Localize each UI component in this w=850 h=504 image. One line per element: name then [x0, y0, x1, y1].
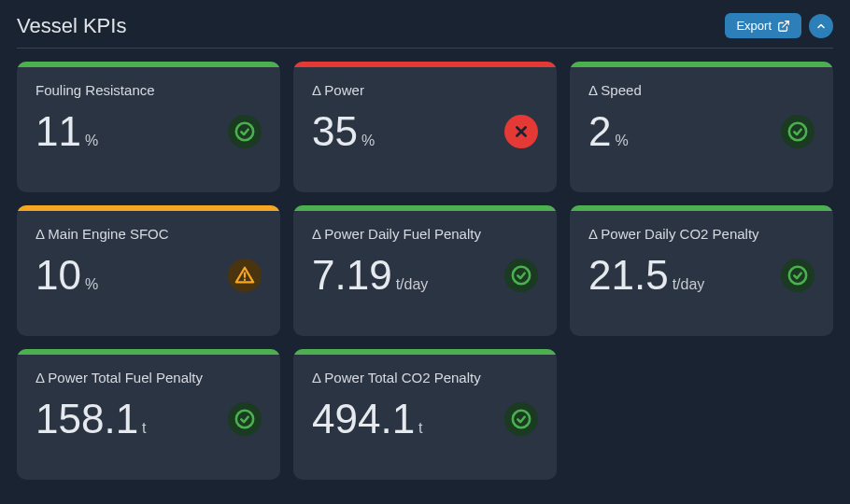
svg-line-0 [783, 21, 788, 26]
kpi-card[interactable]: Δ Power Total Fuel Penalty158.1 t [17, 349, 280, 480]
check-circle-icon [511, 409, 531, 429]
kpi-card[interactable]: Δ Speed2% [570, 62, 833, 192]
svg-point-7 [513, 267, 530, 284]
kpi-label: Δ Main Engine SFOC [35, 226, 262, 242]
kpi-card[interactable]: Δ Power Daily CO2 Penalty21.5 t/day [570, 205, 833, 336]
kpi-value: 11 [35, 111, 81, 152]
check-circle-icon [511, 265, 531, 286]
kpi-unit: % [615, 133, 628, 149]
kpi-value: 35 [312, 111, 358, 152]
kpi-value: 158.1 [35, 399, 138, 440]
kpi-card[interactable]: Δ Power Total CO2 Penalty494.1 t [293, 349, 557, 480]
kpi-body: 158.1 t [35, 399, 262, 440]
kpi-unit: t/day [673, 276, 705, 293]
kpi-value: 21.5 [588, 255, 669, 296]
status-badge [228, 115, 262, 148]
export-button[interactable]: Export [725, 13, 801, 38]
check-circle-icon [787, 121, 808, 142]
kpi-body: 35% [312, 111, 538, 152]
svg-point-9 [236, 411, 253, 427]
page-title: Vessel KPIs [17, 14, 126, 38]
status-bar [293, 349, 557, 355]
kpi-unit: t [142, 420, 146, 437]
page-header: Vessel KPIs Export [17, 13, 833, 49]
svg-point-8 [789, 267, 806, 284]
kpi-body: 7.19 t/day [312, 255, 538, 296]
kpi-card[interactable]: Δ Power Daily Fuel Penalty7.19 t/day [293, 205, 557, 336]
kpi-value-wrap: 494.1 t [312, 399, 423, 440]
kpi-value: 10 [35, 255, 81, 296]
kpi-unit: % [85, 133, 98, 149]
kpi-value-wrap: 7.19 t/day [312, 255, 428, 296]
kpi-label: Δ Speed [588, 82, 815, 98]
kpi-label: Δ Power Total CO2 Penalty [312, 370, 538, 385]
kpi-value-wrap: 11% [35, 111, 98, 152]
chevron-up-icon [815, 21, 827, 32]
kpi-value-wrap: 10% [35, 255, 98, 296]
export-button-label: Export [736, 19, 772, 33]
kpi-grid: Fouling Resistance11%Δ Power35%Δ Speed2%… [17, 62, 833, 480]
kpi-label: Δ Power Daily CO2 Penalty [588, 226, 815, 242]
status-bar [570, 205, 833, 211]
status-badge [781, 115, 815, 148]
kpi-card[interactable]: Δ Power35% [293, 62, 557, 192]
kpi-label: Δ Power Total Fuel Penalty [35, 370, 262, 385]
check-circle-icon [234, 121, 255, 142]
kpi-value: 7.19 [312, 255, 392, 296]
kpi-unit: % [85, 276, 98, 293]
status-bar [17, 349, 280, 355]
status-badge [504, 259, 538, 292]
kpi-label: Fouling Resistance [35, 82, 262, 98]
kpi-body: 2% [588, 111, 815, 152]
status-badge [504, 115, 538, 148]
kpi-body: 10% [35, 255, 262, 296]
kpi-card[interactable]: Fouling Resistance11% [17, 62, 280, 192]
status-bar [17, 205, 280, 211]
kpi-body: 494.1 t [312, 399, 538, 440]
status-bar [17, 62, 280, 67]
status-bar [293, 62, 557, 67]
kpi-value: 2 [588, 111, 611, 152]
kpi-value-wrap: 158.1 t [35, 399, 147, 440]
kpi-label: Δ Power Daily Fuel Penalty [312, 226, 538, 242]
kpi-value: 494.1 [312, 399, 415, 440]
kpi-label: Δ Power [312, 82, 538, 98]
kpi-unit: t/day [396, 276, 429, 293]
check-circle-icon [787, 265, 808, 286]
svg-point-10 [513, 411, 530, 427]
external-link-icon [777, 20, 790, 33]
kpi-value-wrap: 21.5 t/day [588, 255, 704, 296]
kpi-value-wrap: 35% [312, 111, 375, 152]
check-circle-icon [234, 409, 255, 429]
warning-triangle-icon [234, 265, 255, 286]
status-bar [293, 205, 557, 211]
kpi-value-wrap: 2% [588, 111, 629, 152]
svg-point-1 [236, 123, 253, 140]
kpi-body: 11% [35, 111, 262, 152]
status-bar [570, 62, 833, 67]
header-actions: Export [725, 13, 833, 38]
kpi-unit: t [418, 420, 422, 437]
status-badge [781, 259, 815, 292]
status-badge [228, 259, 262, 292]
collapse-button[interactable] [809, 14, 833, 38]
status-badge [504, 402, 538, 436]
kpi-card[interactable]: Δ Main Engine SFOC10% [17, 205, 280, 336]
kpi-unit: % [361, 133, 375, 149]
svg-point-4 [789, 123, 806, 140]
status-badge [228, 402, 262, 436]
kpi-body: 21.5 t/day [588, 255, 815, 296]
x-circle-icon [511, 121, 531, 142]
